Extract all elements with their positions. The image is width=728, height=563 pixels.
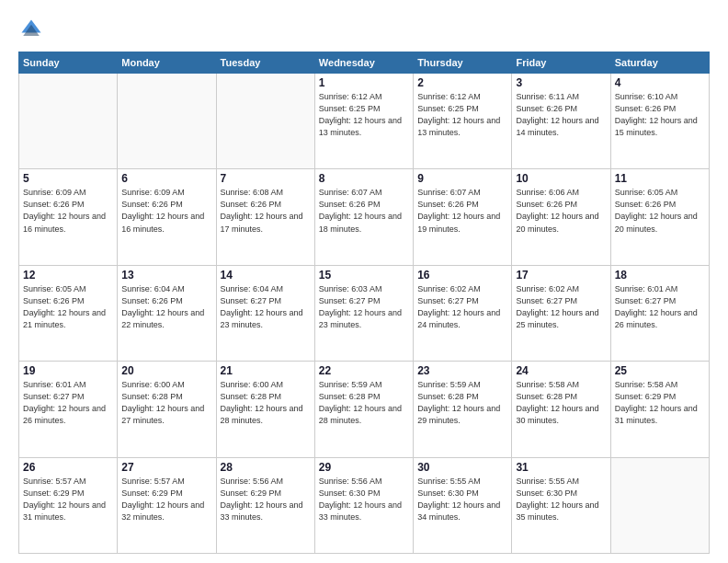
calendar-cell: 23Sunrise: 5:59 AM Sunset: 6:28 PM Dayli… xyxy=(414,362,512,457)
calendar-cell: 25Sunrise: 5:58 AM Sunset: 6:29 PM Dayli… xyxy=(610,362,709,457)
day-number: 2 xyxy=(417,76,507,89)
calendar-cell: 3Sunrise: 6:11 AM Sunset: 6:26 PM Daylig… xyxy=(512,74,610,169)
day-info: Sunrise: 5:57 AM Sunset: 6:29 PM Dayligh… xyxy=(23,476,113,523)
calendar-cell xyxy=(610,457,709,553)
logo xyxy=(18,17,48,42)
day-number: 1 xyxy=(319,76,409,89)
day-number: 30 xyxy=(417,461,507,474)
weekday-header-saturday: Saturday xyxy=(610,52,709,74)
day-info: Sunrise: 6:05 AM Sunset: 6:26 PM Dayligh… xyxy=(23,283,113,331)
day-info: Sunrise: 5:56 AM Sunset: 6:29 PM Dayligh… xyxy=(221,476,311,523)
day-info: Sunrise: 6:04 AM Sunset: 6:26 PM Dayligh… xyxy=(121,283,211,331)
calendar-table: SundayMondayTuesdayWednesdayThursdayFrid… xyxy=(18,52,710,554)
calendar-cell: 9Sunrise: 6:07 AM Sunset: 6:26 PM Daylig… xyxy=(414,169,512,265)
calendar-cell: 2Sunrise: 6:12 AM Sunset: 6:25 PM Daylig… xyxy=(414,74,512,169)
day-info: Sunrise: 6:06 AM Sunset: 6:26 PM Dayligh… xyxy=(516,187,606,235)
calendar-cell xyxy=(19,74,118,169)
day-info: Sunrise: 5:58 AM Sunset: 6:29 PM Dayligh… xyxy=(615,379,705,427)
day-number: 26 xyxy=(23,461,113,474)
day-info: Sunrise: 5:55 AM Sunset: 6:30 PM Dayligh… xyxy=(516,476,606,523)
day-number: 4 xyxy=(615,76,705,89)
weekday-header-row: SundayMondayTuesdayWednesdayThursdayFrid… xyxy=(19,52,710,74)
day-number: 8 xyxy=(319,172,409,185)
weekday-header-wednesday: Wednesday xyxy=(314,52,413,74)
weekday-header-tuesday: Tuesday xyxy=(216,52,314,74)
day-number: 15 xyxy=(319,269,409,282)
calendar-cell: 18Sunrise: 6:01 AM Sunset: 6:27 PM Dayli… xyxy=(610,265,709,361)
day-number: 12 xyxy=(23,269,113,282)
day-number: 28 xyxy=(221,461,311,474)
day-info: Sunrise: 5:57 AM Sunset: 6:29 PM Dayligh… xyxy=(121,476,211,523)
calendar-cell: 1Sunrise: 6:12 AM Sunset: 6:25 PM Daylig… xyxy=(314,74,413,169)
day-info: Sunrise: 6:02 AM Sunset: 6:27 PM Dayligh… xyxy=(516,283,606,331)
day-info: Sunrise: 6:07 AM Sunset: 6:26 PM Dayligh… xyxy=(417,187,507,235)
day-info: Sunrise: 6:12 AM Sunset: 6:25 PM Dayligh… xyxy=(319,91,409,139)
day-info: Sunrise: 5:59 AM Sunset: 6:28 PM Dayligh… xyxy=(319,379,409,427)
calendar-cell: 7Sunrise: 6:08 AM Sunset: 6:26 PM Daylig… xyxy=(216,169,314,265)
calendar-cell: 26Sunrise: 5:57 AM Sunset: 6:29 PM Dayli… xyxy=(19,457,118,553)
calendar-cell: 17Sunrise: 6:02 AM Sunset: 6:27 PM Dayli… xyxy=(512,265,610,361)
calendar-cell: 5Sunrise: 6:09 AM Sunset: 6:26 PM Daylig… xyxy=(19,169,118,265)
calendar-week-1: 1Sunrise: 6:12 AM Sunset: 6:25 PM Daylig… xyxy=(19,74,710,169)
weekday-header-friday: Friday xyxy=(512,52,610,74)
day-info: Sunrise: 6:11 AM Sunset: 6:26 PM Dayligh… xyxy=(516,91,606,139)
day-number: 31 xyxy=(516,461,606,474)
day-info: Sunrise: 6:07 AM Sunset: 6:26 PM Dayligh… xyxy=(319,187,409,235)
calendar-week-4: 19Sunrise: 6:01 AM Sunset: 6:27 PM Dayli… xyxy=(19,362,710,457)
day-number: 3 xyxy=(516,76,606,89)
calendar-cell: 21Sunrise: 6:00 AM Sunset: 6:28 PM Dayli… xyxy=(216,362,314,457)
calendar-cell: 20Sunrise: 6:00 AM Sunset: 6:28 PM Dayli… xyxy=(118,362,216,457)
calendar-week-5: 26Sunrise: 5:57 AM Sunset: 6:29 PM Dayli… xyxy=(19,457,710,553)
calendar-cell: 4Sunrise: 6:10 AM Sunset: 6:26 PM Daylig… xyxy=(610,74,709,169)
day-info: Sunrise: 6:04 AM Sunset: 6:27 PM Dayligh… xyxy=(221,283,311,331)
day-info: Sunrise: 6:09 AM Sunset: 6:26 PM Dayligh… xyxy=(121,187,211,235)
day-number: 11 xyxy=(615,172,705,185)
day-info: Sunrise: 6:02 AM Sunset: 6:27 PM Dayligh… xyxy=(417,283,507,331)
calendar-cell: 28Sunrise: 5:56 AM Sunset: 6:29 PM Dayli… xyxy=(216,457,314,553)
calendar-cell: 22Sunrise: 5:59 AM Sunset: 6:28 PM Dayli… xyxy=(314,362,413,457)
day-number: 23 xyxy=(417,364,507,377)
day-info: Sunrise: 6:00 AM Sunset: 6:28 PM Dayligh… xyxy=(121,379,211,427)
day-info: Sunrise: 6:01 AM Sunset: 6:27 PM Dayligh… xyxy=(615,283,705,331)
day-info: Sunrise: 6:12 AM Sunset: 6:25 PM Dayligh… xyxy=(417,91,507,139)
day-info: Sunrise: 6:08 AM Sunset: 6:26 PM Dayligh… xyxy=(221,187,311,235)
day-number: 27 xyxy=(121,461,211,474)
calendar-cell: 11Sunrise: 6:05 AM Sunset: 6:26 PM Dayli… xyxy=(610,169,709,265)
calendar-cell: 12Sunrise: 6:05 AM Sunset: 6:26 PM Dayli… xyxy=(19,265,118,361)
header xyxy=(18,17,710,42)
day-number: 13 xyxy=(121,269,211,282)
calendar-cell: 13Sunrise: 6:04 AM Sunset: 6:26 PM Dayli… xyxy=(118,265,216,361)
day-info: Sunrise: 6:05 AM Sunset: 6:26 PM Dayligh… xyxy=(615,187,705,235)
day-info: Sunrise: 5:59 AM Sunset: 6:28 PM Dayligh… xyxy=(417,379,507,427)
day-number: 9 xyxy=(417,172,507,185)
calendar-cell: 30Sunrise: 5:55 AM Sunset: 6:30 PM Dayli… xyxy=(414,457,512,553)
day-number: 6 xyxy=(121,172,211,185)
calendar-cell xyxy=(216,74,314,169)
day-info: Sunrise: 6:10 AM Sunset: 6:26 PM Dayligh… xyxy=(615,91,705,139)
day-info: Sunrise: 6:01 AM Sunset: 6:27 PM Dayligh… xyxy=(23,379,113,427)
calendar-cell: 24Sunrise: 5:58 AM Sunset: 6:28 PM Dayli… xyxy=(512,362,610,457)
day-number: 5 xyxy=(23,172,113,185)
day-info: Sunrise: 6:09 AM Sunset: 6:26 PM Dayligh… xyxy=(23,187,113,235)
calendar-cell: 29Sunrise: 5:56 AM Sunset: 6:30 PM Dayli… xyxy=(314,457,413,553)
calendar-cell: 15Sunrise: 6:03 AM Sunset: 6:27 PM Dayli… xyxy=(314,265,413,361)
day-info: Sunrise: 5:58 AM Sunset: 6:28 PM Dayligh… xyxy=(516,379,606,427)
day-number: 29 xyxy=(319,461,409,474)
calendar-week-3: 12Sunrise: 6:05 AM Sunset: 6:26 PM Dayli… xyxy=(19,265,710,361)
day-number: 14 xyxy=(221,269,311,282)
day-number: 24 xyxy=(516,364,606,377)
calendar-cell: 19Sunrise: 6:01 AM Sunset: 6:27 PM Dayli… xyxy=(19,362,118,457)
day-info: Sunrise: 6:00 AM Sunset: 6:28 PM Dayligh… xyxy=(221,379,311,427)
weekday-header-monday: Monday xyxy=(118,52,216,74)
calendar-cell: 10Sunrise: 6:06 AM Sunset: 6:26 PM Dayli… xyxy=(512,169,610,265)
day-number: 22 xyxy=(319,364,409,377)
calendar-cell: 14Sunrise: 6:04 AM Sunset: 6:27 PM Dayli… xyxy=(216,265,314,361)
logo-icon xyxy=(18,17,44,42)
day-info: Sunrise: 5:55 AM Sunset: 6:30 PM Dayligh… xyxy=(417,476,507,523)
day-number: 25 xyxy=(615,364,705,377)
calendar-cell: 8Sunrise: 6:07 AM Sunset: 6:26 PM Daylig… xyxy=(314,169,413,265)
day-info: Sunrise: 5:56 AM Sunset: 6:30 PM Dayligh… xyxy=(319,476,409,523)
day-number: 18 xyxy=(615,269,705,282)
page: SundayMondayTuesdayWednesdayThursdayFrid… xyxy=(0,0,728,563)
day-number: 7 xyxy=(221,172,311,185)
